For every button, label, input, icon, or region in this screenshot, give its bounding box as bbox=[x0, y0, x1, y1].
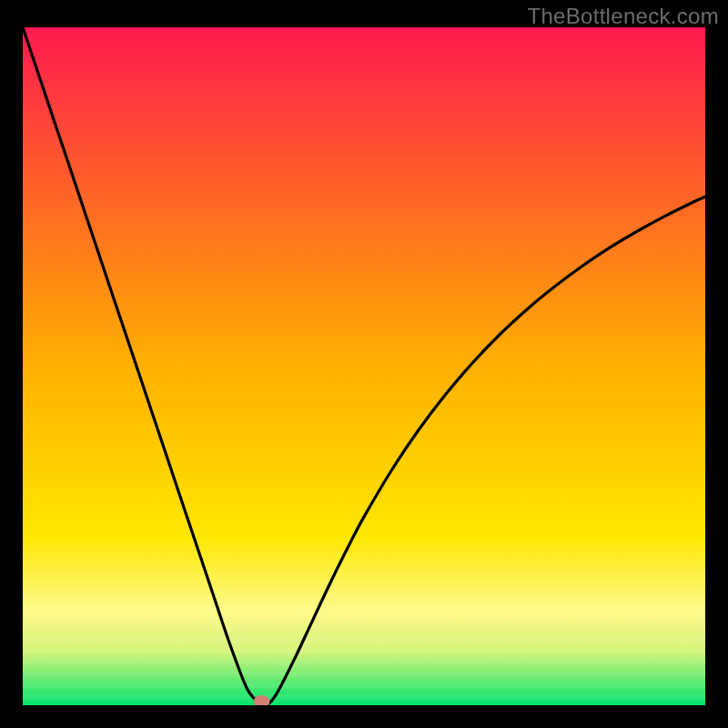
watermark-text: TheBottleneck.com bbox=[527, 4, 719, 29]
chart-outer: TheBottleneck.com bbox=[0, 0, 728, 728]
svg-rect-7 bbox=[23, 677, 705, 682]
svg-rect-8 bbox=[23, 682, 705, 688]
svg-rect-5 bbox=[23, 666, 705, 672]
svg-rect-11 bbox=[23, 700, 705, 705]
chart-panel bbox=[23, 27, 705, 705]
chart-background bbox=[23, 27, 705, 705]
chart-svg bbox=[23, 27, 705, 705]
baseline-bands bbox=[23, 638, 705, 706]
svg-rect-1 bbox=[23, 643, 705, 649]
svg-rect-9 bbox=[23, 688, 705, 693]
svg-rect-4 bbox=[23, 660, 705, 665]
svg-rect-10 bbox=[23, 694, 705, 700]
svg-rect-2 bbox=[23, 649, 705, 654]
svg-rect-0 bbox=[23, 638, 705, 643]
svg-rect-3 bbox=[23, 654, 705, 660]
svg-rect-6 bbox=[23, 672, 705, 677]
